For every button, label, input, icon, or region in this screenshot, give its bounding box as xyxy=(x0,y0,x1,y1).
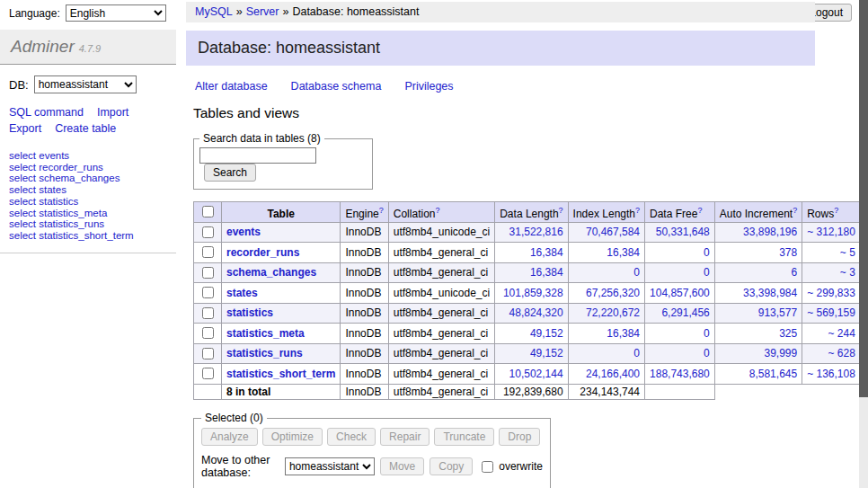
auto-increment-cell[interactable]: 8,581,645 xyxy=(714,364,802,385)
scrollbar-thumb[interactable] xyxy=(859,0,868,397)
engine-cell: InnoDB xyxy=(341,222,388,243)
index-length-cell[interactable]: 16,384 xyxy=(568,324,644,344)
database-nav-link[interactable]: Privileges xyxy=(404,80,453,93)
selected-action-button[interactable]: Check xyxy=(327,428,376,446)
selected-action-button[interactable]: Drop xyxy=(499,428,540,446)
table-name-link[interactable]: schema_changes xyxy=(226,266,316,279)
row-checkbox[interactable] xyxy=(202,246,214,258)
data-free-cell[interactable]: 0 xyxy=(645,243,715,263)
sidebar-select-table-link[interactable]: select schema_changes xyxy=(9,173,167,184)
data-length-cell[interactable]: 48,824,320 xyxy=(495,303,568,324)
column-help-link[interactable]: ? xyxy=(635,206,640,215)
sidebar-action-link[interactable]: Create table xyxy=(55,122,116,135)
sidebar-select-table-link[interactable]: select statistics_runs xyxy=(9,218,167,230)
data-free-cell[interactable]: 0 xyxy=(645,324,715,344)
column-help-link[interactable]: ? xyxy=(793,206,797,215)
sidebar-action-link[interactable]: Export xyxy=(9,122,41,135)
rows-cell[interactable]: ~ 312,180 xyxy=(802,222,861,243)
language-select[interactable]: English xyxy=(66,4,166,22)
copy-button[interactable]: Copy xyxy=(430,457,473,475)
data-free-cell[interactable]: 188,743,680 xyxy=(645,364,715,385)
column-help-link[interactable]: ? xyxy=(834,206,838,215)
row-checkbox[interactable] xyxy=(202,287,214,298)
data-length-cell[interactable]: 101,859,328 xyxy=(495,283,568,304)
data-free-cell[interactable]: 6,291,456 xyxy=(645,303,715,324)
search-input[interactable] xyxy=(199,147,316,164)
data-length-cell[interactable]: 31,522,816 xyxy=(495,222,568,243)
database-nav-link[interactable]: Database schema xyxy=(291,80,382,93)
rows-cell[interactable]: ~ 5 xyxy=(802,243,861,263)
table-row: statistics_meta InnoDB utf8mb4_general_c… xyxy=(194,324,868,344)
selected-action-button[interactable]: Optimize xyxy=(262,428,323,446)
table-name-link[interactable]: statistics_runs xyxy=(226,347,303,359)
auto-increment-cell[interactable]: 913,577 xyxy=(714,303,802,324)
vertical-scrollbar[interactable] xyxy=(859,0,868,488)
db-select[interactable]: homeassistant xyxy=(34,75,137,93)
index-length-cell[interactable]: 72,220,672 xyxy=(568,303,644,324)
move-button[interactable]: Move xyxy=(380,457,424,475)
index-length-cell[interactable]: 16,384 xyxy=(568,243,644,263)
data-length-cell[interactable]: 16,384 xyxy=(495,262,568,283)
index-length-cell[interactable]: 0 xyxy=(568,343,644,364)
auto-increment-cell[interactable]: 325 xyxy=(714,324,802,344)
column-help-link[interactable]: ? xyxy=(697,206,702,215)
sidebar-action-link[interactable]: SQL command xyxy=(9,106,84,119)
column-help-link[interactable]: ? xyxy=(559,206,563,215)
sidebar-select-table-link[interactable]: select statistics_short_term xyxy=(9,230,167,242)
selected-action-button[interactable]: Truncate xyxy=(434,428,494,446)
rows-cell[interactable]: ~ 569,159 xyxy=(802,303,861,324)
select-all-checkbox[interactable] xyxy=(202,206,214,217)
overwrite-checkbox[interactable] xyxy=(482,461,493,473)
auto-increment-cell[interactable]: 33,898,196 xyxy=(714,222,802,243)
column-help-link[interactable]: ? xyxy=(379,206,384,215)
index-length-cell[interactable]: 67,256,320 xyxy=(568,283,644,304)
row-checkbox[interactable] xyxy=(202,307,214,319)
row-checkbox[interactable] xyxy=(202,327,214,339)
table-name-link[interactable]: statistics xyxy=(226,306,273,319)
column-help-link[interactable]: ? xyxy=(435,206,439,215)
rows-cell[interactable]: ~ 136,108 xyxy=(802,364,861,385)
data-free-cell[interactable]: 50,331,648 xyxy=(645,222,715,243)
sidebar-select-table-link[interactable]: select statistics_meta xyxy=(9,208,167,219)
breadcrumb-server-link[interactable]: Server xyxy=(246,5,279,18)
data-free-cell[interactable]: 0 xyxy=(645,262,715,283)
table-name-link[interactable]: states xyxy=(226,287,258,299)
row-checkbox[interactable] xyxy=(202,226,214,238)
table-name-link[interactable]: recorder_runs xyxy=(226,246,299,259)
rows-cell[interactable]: ~ 299,833 xyxy=(802,283,861,304)
sidebar-select-table-link[interactable]: select recorder_runs xyxy=(9,162,167,173)
data-free-cell[interactable]: 104,857,600 xyxy=(645,283,715,304)
move-db-select[interactable]: homeassistant xyxy=(285,457,375,475)
auto-increment-cell[interactable]: 378 xyxy=(714,243,802,263)
database-nav-link[interactable]: Alter database xyxy=(195,80,268,93)
rows-cell[interactable]: ~ 628 xyxy=(802,343,861,364)
sidebar-select-table-link[interactable]: select states xyxy=(9,184,167,196)
index-length-cell[interactable]: 24,166,400 xyxy=(568,364,644,385)
rows-cell[interactable]: ~ 3 xyxy=(802,262,861,283)
auto-increment-cell[interactable]: 39,999 xyxy=(714,343,802,364)
row-checkbox[interactable] xyxy=(202,267,214,279)
rows-cell[interactable]: ~ 244 xyxy=(802,324,861,344)
index-length-cell[interactable]: 0 xyxy=(568,262,644,283)
table-name-link[interactable]: statistics_short_term xyxy=(226,368,335,380)
sidebar-action-link[interactable]: Import xyxy=(97,106,128,119)
table-name-link[interactable]: events xyxy=(226,226,261,238)
sidebar-select-table-link[interactable]: select events xyxy=(9,150,167,162)
data-length-cell[interactable]: 49,152 xyxy=(495,343,568,364)
selected-action-button[interactable]: Analyze xyxy=(201,428,258,446)
total-label-cell: 8 in total xyxy=(222,384,341,400)
row-checkbox[interactable] xyxy=(202,368,214,379)
table-name-link[interactable]: statistics_meta xyxy=(226,327,305,340)
index-length-cell[interactable]: 70,467,584 xyxy=(568,222,644,243)
data-length-cell[interactable]: 16,384 xyxy=(495,243,568,263)
data-length-cell[interactable]: 49,152 xyxy=(495,324,568,344)
data-length-cell[interactable]: 10,502,144 xyxy=(495,364,568,385)
auto-increment-cell[interactable]: 6 xyxy=(714,262,802,283)
breadcrumb-mysql-link[interactable]: MySQL xyxy=(195,5,233,18)
sidebar-select-table-link[interactable]: select statistics xyxy=(9,196,167,208)
search-button[interactable]: Search xyxy=(204,164,256,182)
row-checkbox[interactable] xyxy=(202,348,214,359)
selected-action-button[interactable]: Repair xyxy=(380,428,430,446)
auto-increment-cell[interactable]: 33,398,984 xyxy=(714,283,802,304)
data-free-cell[interactable]: 0 xyxy=(645,343,715,364)
